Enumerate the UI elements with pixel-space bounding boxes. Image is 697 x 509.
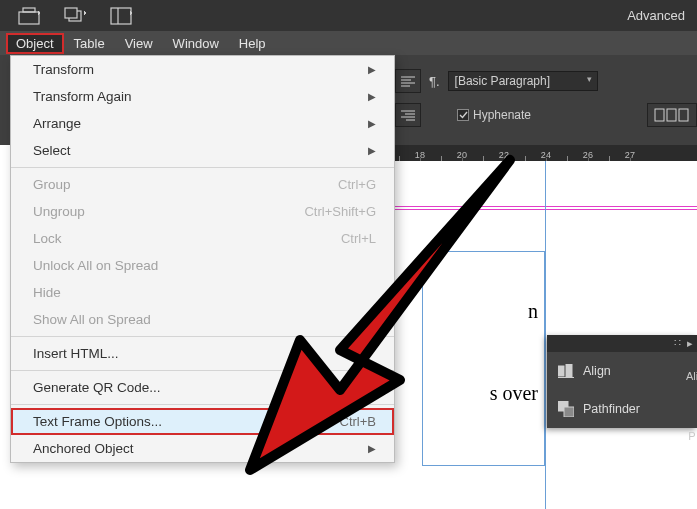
hyphenate-label: Hyphenate bbox=[473, 108, 531, 122]
menu-item-group: GroupCtrl+G bbox=[11, 171, 394, 198]
svg-rect-18 bbox=[566, 364, 572, 378]
screen-mode-icon[interactable] bbox=[100, 4, 142, 28]
align-icon bbox=[557, 362, 575, 380]
menu-table[interactable]: Table bbox=[64, 33, 115, 54]
menu-item-ungroup: UngroupCtrl+Shift+G bbox=[11, 198, 394, 225]
menu-item-arrange[interactable]: Arrange▶ bbox=[11, 110, 394, 137]
menu-item-transform-again[interactable]: Transform Again▶ bbox=[11, 83, 394, 110]
panel-dock[interactable]: ∷▸ Align Pathfinder bbox=[547, 335, 697, 428]
menu-item-text-frame-options[interactable]: Text Frame Options...Ctrl+B bbox=[11, 408, 394, 435]
svg-rect-14 bbox=[655, 109, 664, 121]
workspace-label[interactable]: Advanced bbox=[627, 8, 689, 23]
svg-rect-3 bbox=[65, 8, 77, 18]
panel-pathfinder[interactable]: Pathfinder bbox=[547, 390, 697, 428]
menu-item-generate-qr[interactable]: Generate QR Code... bbox=[11, 374, 394, 401]
menu-item-insert-html[interactable]: Insert HTML... bbox=[11, 340, 394, 367]
menu-item-show-all: Show All on Spread bbox=[11, 306, 394, 333]
svg-rect-1 bbox=[23, 8, 35, 12]
menu-item-hide: Hide bbox=[11, 279, 394, 306]
svg-rect-21 bbox=[564, 407, 574, 417]
pilcrow-icon: ¶. bbox=[429, 74, 440, 89]
svg-rect-0 bbox=[19, 12, 39, 24]
frame-text-line: n bbox=[528, 300, 538, 323]
menu-item-lock: LockCtrl+L bbox=[11, 225, 394, 252]
guide-horizontal bbox=[395, 206, 697, 207]
submenu-arrow-icon: ▶ bbox=[368, 64, 376, 75]
frame-text-line: s over bbox=[490, 382, 538, 405]
menu-view[interactable]: View bbox=[115, 33, 163, 54]
panel-label: Pathfinder bbox=[583, 402, 640, 416]
panel-label: Align bbox=[583, 364, 611, 378]
guide-horizontal bbox=[395, 209, 697, 210]
svg-rect-4 bbox=[111, 8, 131, 24]
pathfinder-icon bbox=[557, 400, 575, 418]
menu-item-select[interactable]: Select▶ bbox=[11, 137, 394, 164]
submenu-arrow-icon: ▶ bbox=[368, 118, 376, 129]
align-left-icon[interactable] bbox=[395, 69, 421, 93]
object-menu-dropdown: Transform▶ Transform Again▶ Arrange▶ Sel… bbox=[10, 55, 395, 463]
horizontal-ruler: 18 20 22 24 26 27 bbox=[395, 145, 697, 161]
menu-window[interactable]: Window bbox=[163, 33, 229, 54]
svg-rect-15 bbox=[667, 109, 676, 121]
paragraph-style-select[interactable]: [Basic Paragraph] bbox=[448, 71, 598, 91]
submenu-arrow-icon: ▶ bbox=[368, 145, 376, 156]
panel-stub-label: P bbox=[686, 430, 697, 442]
text-frame[interactable]: n s over bbox=[422, 251, 545, 466]
align-right-icon[interactable] bbox=[395, 103, 421, 127]
panel-align[interactable]: Align bbox=[547, 352, 697, 390]
panel-collapse-icon[interactable]: ▸ bbox=[687, 337, 693, 350]
menu-item-anchored-object[interactable]: Anchored Object▶ bbox=[11, 435, 394, 462]
menu-object[interactable]: Object bbox=[6, 33, 64, 54]
guide-vertical bbox=[545, 161, 546, 509]
span-columns-icon[interactable] bbox=[647, 103, 697, 127]
panel-grip-icon[interactable]: ∷ bbox=[674, 337, 681, 350]
menu-help[interactable]: Help bbox=[229, 33, 276, 54]
bridge-icon[interactable] bbox=[8, 4, 50, 28]
arrange-icon[interactable] bbox=[54, 4, 96, 28]
menu-item-unlock-all: Unlock All on Spread bbox=[11, 252, 394, 279]
svg-rect-16 bbox=[679, 109, 688, 121]
submenu-arrow-icon: ▶ bbox=[368, 91, 376, 102]
svg-rect-17 bbox=[558, 366, 564, 376]
menu-item-transform[interactable]: Transform▶ bbox=[11, 56, 394, 83]
submenu-arrow-icon: ▶ bbox=[368, 443, 376, 454]
hyphenate-checkbox[interactable] bbox=[457, 109, 469, 121]
panel-stub-label: Ali bbox=[686, 370, 697, 382]
